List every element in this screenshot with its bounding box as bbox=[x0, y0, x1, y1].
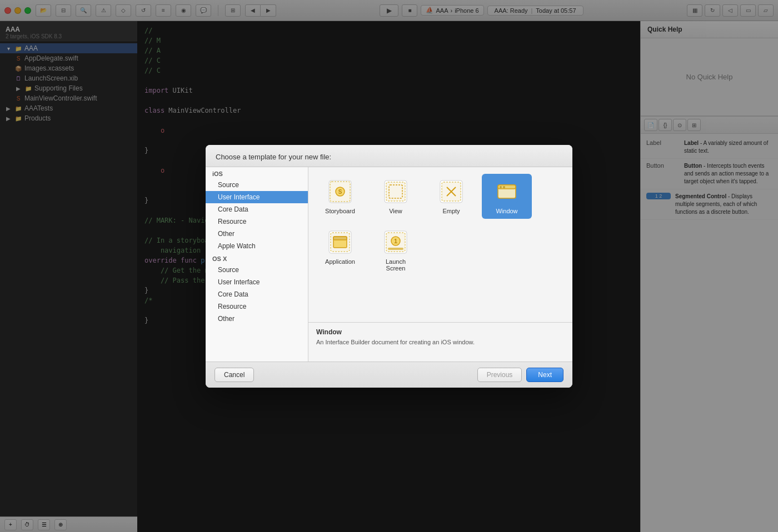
previous-button[interactable]: Previous bbox=[477, 368, 522, 382]
application-template-icon bbox=[327, 229, 353, 255]
window-label: Window bbox=[496, 208, 517, 214]
template-empty[interactable]: Empty bbox=[426, 174, 476, 219]
svg-rect-17 bbox=[333, 237, 347, 240]
application-label: Application bbox=[325, 258, 355, 265]
new-file-modal: Choose a template for your new file: iOS… bbox=[206, 145, 572, 388]
template-view[interactable]: View bbox=[371, 174, 421, 219]
cat-ios-resource[interactable]: Resource bbox=[206, 215, 308, 228]
modal-header: Choose a template for your new file: bbox=[206, 145, 572, 167]
cat-ios-ui[interactable]: User Interface bbox=[206, 191, 308, 203]
cat-osx-coredata[interactable]: Core Data bbox=[206, 288, 308, 300]
modal-body: iOS Source User Interface Core Data Reso… bbox=[206, 167, 572, 362]
modal-overlay: Choose a template for your new file: iOS… bbox=[0, 0, 778, 532]
view-template-icon bbox=[382, 178, 409, 205]
storyboard-label: Storyboard bbox=[325, 208, 355, 214]
ios-section-header: iOS bbox=[206, 167, 308, 179]
svg-text:S: S bbox=[338, 189, 342, 195]
cat-ios-source[interactable]: Source bbox=[206, 179, 308, 191]
template-launch-screen[interactable]: 1 Launch Screen bbox=[371, 224, 421, 276]
cancel-button[interactable]: Cancel bbox=[215, 368, 254, 382]
template-grid: S Storyboard bbox=[308, 167, 572, 323]
view-label: View bbox=[389, 208, 402, 214]
cat-osx-ui[interactable]: User Interface bbox=[206, 276, 308, 288]
svg-point-12 bbox=[500, 186, 502, 188]
launch-screen-label: Launch Screen bbox=[376, 258, 415, 272]
selected-template-name: Window bbox=[316, 328, 565, 336]
cat-ios-other[interactable]: Other bbox=[206, 228, 308, 240]
modal-footer: Cancel Previous Next bbox=[206, 362, 572, 388]
svg-rect-22 bbox=[388, 248, 403, 250]
modal-categories: iOS Source User Interface Core Data Reso… bbox=[206, 167, 308, 362]
svg-text:1: 1 bbox=[394, 238, 397, 244]
osx-section-header: OS X bbox=[206, 252, 308, 264]
svg-point-13 bbox=[503, 186, 505, 188]
modal-title: Choose a template for your new file: bbox=[216, 153, 331, 161]
storyboard-template-icon: S bbox=[327, 178, 353, 205]
next-button[interactable]: Next bbox=[526, 368, 563, 382]
cat-ios-coredata[interactable]: Core Data bbox=[206, 203, 308, 215]
template-application[interactable]: Application bbox=[315, 224, 365, 276]
launch-template-icon: 1 bbox=[382, 229, 409, 255]
empty-template-icon bbox=[438, 178, 465, 205]
empty-label: Empty bbox=[442, 208, 460, 214]
cat-osx-resource[interactable]: Resource bbox=[206, 300, 308, 313]
window-template-icon bbox=[493, 178, 520, 205]
template-storyboard[interactable]: S Storyboard bbox=[315, 174, 365, 219]
modal-description: Window An Interface Builder document for… bbox=[308, 323, 572, 362]
selected-template-description: An Interface Builder document for creati… bbox=[316, 338, 565, 347]
template-window[interactable]: Window bbox=[482, 174, 532, 219]
cat-osx-other[interactable]: Other bbox=[206, 313, 308, 325]
nav-buttons: Previous Next bbox=[477, 368, 563, 382]
cat-osx-source[interactable]: Source bbox=[206, 264, 308, 276]
cat-ios-watch[interactable]: Apple Watch bbox=[206, 240, 308, 252]
modal-right: S Storyboard bbox=[308, 167, 572, 362]
